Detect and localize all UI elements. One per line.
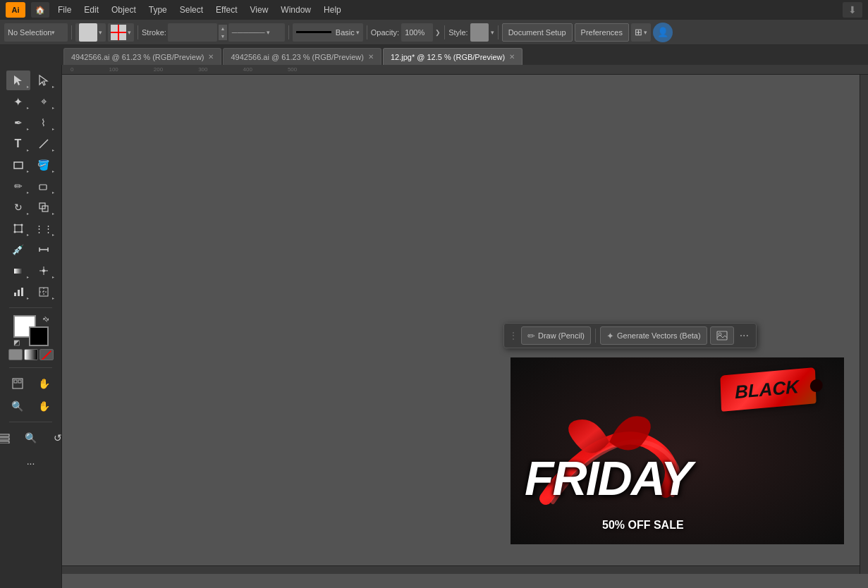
swap-colors-button[interactable]: ⇄ [41,314,50,324]
left-toolbox: ▸ ▸ ✦ ▸ ⌖ ▸ ✒ ▸ ⌇ ▸ [0,65,62,588]
stroke-indicator[interactable]: ▾ [108,23,134,42]
tab-2-close[interactable]: ✕ [368,53,374,61]
tab-1-label: 4942566.ai @ 61.23 % (RGB/Preview) [71,53,204,61]
layers-panel-icon[interactable] [0,428,16,448]
magic-wand-tool[interactable]: ✦ ▸ [6,92,30,111]
toolbar-separator-1 [71,25,72,39]
canvas-area: 0 100 200 300 400 500 ⋮ ✏ Draw (Pencil) … [62,65,868,588]
user-icon-button[interactable]: 👤 [653,23,673,42]
float-toolbar-sep [595,329,596,343]
lasso-tool[interactable]: ⌖ ▸ [32,92,56,111]
extra-tool[interactable]: ✋ [32,396,56,416]
fill-color-button[interactable]: ▾ [75,23,106,42]
menu-window[interactable]: Window [275,4,317,16]
cloud-sync-icon[interactable]: ⬇ [843,2,862,18]
image-icon-button[interactable] [710,326,734,345]
generate-vectors-button[interactable]: ✦ Generate Vectors (Beta) [600,326,707,345]
stroke-style-dropdown[interactable]: Basic ▾ [293,23,363,42]
rectangle-tool[interactable]: ▸ [6,155,30,175]
stroke-profile-dropdown[interactable]: ────── ▾ [228,23,285,42]
image-icon [716,331,728,341]
main-layout: ▸ ▸ ✦ ▸ ⌖ ▸ ✒ ▸ ⌇ ▸ [0,65,868,588]
none-mode-button[interactable] [39,349,54,360]
chart-tool[interactable]: ▸ [6,282,30,302]
fill-arrow: ▾ [99,29,102,36]
menu-type[interactable]: Type [143,4,173,16]
menu-select[interactable]: Select [174,4,209,16]
menu-file[interactable]: File [52,4,77,16]
menu-object[interactable]: Object [106,4,142,16]
fill-swatch [79,23,97,42]
artboard-tool[interactable] [6,374,30,393]
puppet-warp-tool[interactable]: ⋮⋮ ▸ [32,219,56,238]
tab-3-close[interactable]: ✕ [509,53,515,61]
direct-selection-tool[interactable]: ▸ [32,71,56,90]
svg-rect-7 [15,225,22,232]
paint-bucket-tool[interactable]: 🪣 ▸ [32,155,56,175]
menu-view[interactable]: View [245,4,274,16]
menu-edit[interactable]: Edit [78,4,104,16]
stroke-up[interactable]: ▲ [219,25,227,32]
line-tool[interactable]: ▸ [32,134,56,154]
stroke-label: Stroke: [142,28,166,37]
menu-effect[interactable]: Effect [210,4,243,16]
tab-2[interactable]: 4942566.ai @ 61.23 % (RGB/Preview) ✕ [223,48,381,65]
stroke-style-arrow: ▾ [356,29,360,36]
stroke-input[interactable] [168,23,217,42]
rotate-tool[interactable]: ↻ ▸ [6,197,30,217]
toolbar-separator-2 [137,25,138,39]
svg-rect-26 [14,380,17,383]
slice-tool[interactable]: ▸ [32,282,56,302]
svg-rect-3 [14,162,23,169]
black-tag: BLACK [720,367,816,412]
selection-dropdown[interactable]: No Selection ▾ [4,23,68,42]
preferences-button[interactable]: Preferences [575,23,629,42]
zoom-tool[interactable]: 🔍 [6,396,30,416]
svg-marker-1 [39,75,47,85]
gradient-mode-button[interactable] [24,349,38,360]
free-transform-tool[interactable]: ▸ [6,219,30,238]
svg-rect-19 [14,293,16,296]
more-tools-icon[interactable]: ··· [27,453,35,473]
stroke-indicator-arrow: ▾ [128,29,131,36]
scale-tool[interactable]: ▸ [32,197,56,217]
draw-pencil-button[interactable]: ✏ Draw (Pencil) [521,326,591,345]
more-options-button[interactable]: ··· [737,329,752,342]
svg-rect-31 [717,331,727,340]
toolbar-grip: ⋮ [508,330,518,341]
opacity-value[interactable]: 100% [401,23,433,42]
measure-tool[interactable] [32,240,56,259]
curvature-tool[interactable]: ⌇ ▸ [32,113,56,133]
hand-tool[interactable]: ✋ [32,374,56,393]
horizontal-scrollbar[interactable] [62,565,860,574]
eyedropper-tool[interactable]: 💉 [6,240,30,259]
eraser-tool[interactable]: ▸ [32,176,56,196]
svg-point-8 [13,224,16,226]
pencil-tool[interactable]: ✏ ▸ [6,176,30,196]
stroke-profile-arrow: ▾ [267,29,270,36]
document-setup-button[interactable]: Document Setup [502,23,573,42]
pen-tool[interactable]: ✒ ▸ [6,113,30,133]
color-mode-button[interactable] [8,349,23,360]
mesh-tool[interactable]: ▸ [32,261,56,281]
stroke-down[interactable]: ▼ [219,32,227,40]
vertical-scrollbar[interactable] [860,75,868,574]
default-colors-button[interactable]: ◩ [13,338,20,346]
toolbar-separator-3 [288,25,289,39]
tab-3[interactable]: 12.jpg* @ 12.5 % (RGB/Preview) ✕ [383,48,522,65]
menu-help[interactable]: Help [318,4,347,16]
background-swatch[interactable] [29,326,49,346]
style-swatch[interactable] [470,23,489,42]
generate-icon: ✦ [606,331,614,341]
search-icon[interactable]: 🔍 [19,428,43,448]
selection-tool[interactable]: ▸ [6,71,30,90]
tab-1-close[interactable]: ✕ [208,53,214,61]
gradient-tool[interactable]: ▸ [6,261,30,281]
type-tool[interactable]: T ▸ [6,134,30,154]
refresh-icon[interactable]: ↺ [46,428,63,448]
image-canvas: BLACK [511,357,844,544]
arrange-icon-button[interactable]: ⊞ ▾ [631,23,651,42]
tab-1[interactable]: 4942566.ai @ 61.23 % (RGB/Preview) ✕ [63,48,221,65]
stroke-stepper[interactable]: ▲ ▼ [219,25,227,40]
home-button[interactable]: 🏠 [31,2,49,18]
